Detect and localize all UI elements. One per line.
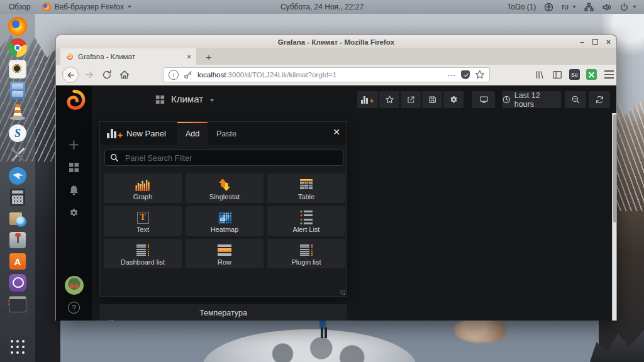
panel-search-input[interactable] [124, 151, 340, 166]
save-dashboard-button[interactable] [422, 91, 442, 108]
minimize-button[interactable]: – [580, 38, 584, 47]
dock-item-system-monitor[interactable] [7, 59, 28, 79]
dock-item-file-cabinet[interactable] [7, 80, 28, 101]
selenium-extension-icon[interactable]: Se [569, 69, 580, 80]
back-icon [66, 70, 75, 80]
new-tab-button[interactable]: + [202, 50, 216, 63]
page-scrollbar[interactable] [612, 113, 616, 321]
maximize-button[interactable] [592, 39, 598, 45]
activities-button[interactable]: Обзор [9, 3, 31, 11]
s-logo-app-icon: S [9, 124, 26, 142]
panel-type-graph[interactable]: Graph [104, 173, 182, 203]
reload-icon[interactable] [101, 69, 113, 80]
dock-item-thunderbird[interactable] [7, 166, 28, 186]
panel-title[interactable]: Температура [99, 304, 347, 317]
back-button[interactable] [62, 67, 79, 83]
dialog-resize-handle[interactable] [340, 290, 345, 295]
dock-item-vlc[interactable] [7, 102, 28, 122]
panel-type-row[interactable]: Row [186, 239, 264, 268]
create-plus-icon[interactable] [69, 140, 79, 150]
share-dashboard-button[interactable] [401, 91, 421, 108]
dock-item-calculator[interactable] [7, 187, 28, 207]
dock-item-viber[interactable] [7, 273, 28, 293]
panel-type-table[interactable]: Table [267, 173, 345, 203]
close-button[interactable]: × [606, 38, 611, 47]
dock-item-terminal[interactable] [7, 294, 28, 314]
dock-item-chrome[interactable] [7, 38, 28, 58]
panel-type-heatmap[interactable]: Heatmap [186, 206, 264, 236]
configuration-gear-icon[interactable] [69, 207, 79, 218]
panel-type-alert-list[interactable]: ♥ ♥ ♥ ♥ Alert List [267, 206, 345, 236]
panel-type-text[interactable]: T Text [104, 206, 182, 236]
user-avatar[interactable] [65, 276, 84, 295]
running-indicator [8, 44, 9, 50]
add-panel-icon: + [361, 96, 374, 104]
grafana-logo[interactable] [61, 87, 87, 114]
dashboards-grid-icon[interactable] [69, 162, 79, 173]
tab-add[interactable]: Add [177, 122, 208, 145]
dialog-close-icon[interactable]: ✕ [333, 127, 340, 137]
home-icon[interactable] [119, 69, 130, 80]
window-titlebar[interactable]: Grafana - Климат - Mozilla Firefox – × [56, 35, 616, 48]
dock-item-utilities[interactable] [7, 145, 28, 165]
network-icon[interactable] [584, 3, 594, 12]
grafana-favicon [65, 53, 74, 61]
zoom-out-button[interactable] [565, 91, 586, 108]
system-monitor-icon [9, 60, 26, 79]
power-icon [619, 3, 629, 12]
dock-item-tweaks[interactable] [7, 230, 28, 250]
dock-item-app-store[interactable]: A [7, 251, 28, 272]
todo-indicator[interactable]: ToDo (1) [507, 3, 536, 11]
sidebar-toggle-icon[interactable] [552, 69, 563, 80]
tab-grafana[interactable]: Grafana - Климат × [60, 48, 196, 65]
dock-item-software[interactable] [7, 209, 28, 229]
time-range-button[interactable]: Last 12 hours [502, 91, 561, 108]
site-info-icon[interactable]: i [169, 70, 179, 80]
monitor-icon [479, 95, 489, 104]
alerting-bell-icon[interactable] [69, 185, 79, 195]
page-actions-icon[interactable]: ⋯ [447, 70, 456, 80]
panel-search [104, 150, 343, 166]
tab-paste[interactable]: Paste [210, 122, 243, 145]
temperature-panel[interactable]: Температура 40 [99, 304, 347, 321]
add-panel-button[interactable]: + [357, 91, 378, 108]
power-menu[interactable] [619, 3, 636, 12]
url-path: :3000/d/TOLJ24Lik/klimat?orgId=1 [226, 71, 442, 79]
panel-type-dashboard-list[interactable]: Dashboard list [104, 239, 182, 268]
bookmark-star-icon[interactable] [475, 70, 485, 80]
dashboard-title[interactable]: Климат [171, 94, 203, 104]
app-menu[interactable]: Веб-браузер Firefox [42, 3, 131, 11]
zoom-out-icon [571, 95, 580, 104]
green-extension-icon[interactable] [586, 69, 597, 80]
pocket-icon[interactable] [461, 70, 470, 79]
dock-item-firefox[interactable] [7, 16, 28, 36]
library-icon[interactable] [534, 69, 545, 80]
accessibility-icon[interactable] [544, 3, 553, 12]
refresh-button[interactable] [589, 91, 610, 108]
tv-mode-button[interactable] [472, 91, 495, 108]
scrollbar-thumb[interactable] [613, 114, 616, 222]
dock-item-s-app[interactable]: S [7, 123, 28, 143]
permissions-key-icon[interactable] [183, 70, 193, 80]
save-icon [428, 95, 437, 104]
wallpaper-rock [454, 317, 506, 343]
desktop: Grafana - Климат - Mozilla Firefox – × G… [0, 0, 644, 362]
forward-icon[interactable] [84, 69, 95, 80]
star-dashboard-button[interactable] [379, 91, 399, 108]
y-axis-tick: 40 [107, 319, 114, 321]
text-panel-icon: T [137, 212, 149, 224]
menu-hamburger-icon[interactable] [604, 70, 614, 79]
dashboard-caret-icon[interactable] [210, 99, 214, 102]
volume-icon[interactable] [602, 3, 611, 12]
help-question-icon[interactable]: ? [68, 302, 80, 314]
power-caret-icon [633, 6, 636, 8]
url-host: localhost [197, 71, 226, 79]
panel-type-plugin-list[interactable]: Plugin list [267, 239, 345, 268]
dashboard-settings-button[interactable] [443, 91, 464, 108]
panel-type-singlestat[interactable]: Singlestat [186, 173, 264, 203]
show-applications-button[interactable] [7, 337, 28, 357]
url-bar[interactable]: i localhost :3000/d/TOLJ24Lik/klimat?org… [163, 67, 490, 82]
tweaks-lever-icon [9, 232, 26, 248]
language-menu[interactable]: ru [562, 3, 576, 11]
tab-close-icon[interactable]: × [187, 53, 191, 60]
